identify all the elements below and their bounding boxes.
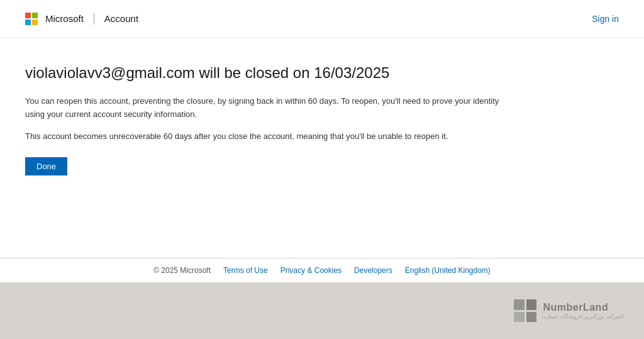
page-title: violaviolavv3@gmail.com will be closed o… — [25, 63, 619, 82]
logo-cell-green — [32, 13, 38, 18]
wm-cell-2 — [526, 299, 537, 310]
logo-cell-red — [25, 13, 31, 18]
footer: © 2025 Microsoft Terms of Use Privacy & … — [0, 258, 644, 282]
main-card: Microsoft Account Sign in violaviolavv3@… — [0, 0, 644, 282]
brand-name: Microsoft — [45, 13, 84, 24]
header-left: Microsoft Account — [25, 13, 138, 25]
page-wrapper: Microsoft Account Sign in violaviolavv3@… — [0, 0, 644, 339]
wm-cell-4 — [526, 312, 537, 323]
footer-link-language[interactable]: English (United Kingdom) — [405, 266, 491, 275]
footer-copyright: © 2025 Microsoft — [153, 266, 211, 275]
wm-cell-1 — [514, 299, 525, 310]
header: Microsoft Account Sign in — [0, 0, 644, 38]
footer-link-privacy[interactable]: Privacy & Cookies — [280, 266, 341, 275]
watermark-subtitle: نامبرلند بزرگترین فروشگاه شماره — [543, 313, 625, 320]
watermark-text: NumberLand نامبرلند بزرگترین فروشگاه شما… — [543, 302, 625, 320]
footer-link-developers[interactable]: Developers — [354, 266, 392, 275]
header-divider — [94, 13, 94, 25]
footer-link-terms[interactable]: Terms of Use — [223, 266, 268, 275]
wm-cell-3 — [514, 312, 525, 323]
header-section-label: Account — [104, 13, 138, 24]
watermark-logo — [514, 299, 536, 322]
watermark: NumberLand نامبرلند بزرگترین فروشگاه شما… — [514, 299, 625, 322]
microsoft-logo — [25, 13, 38, 25]
done-button[interactable]: Done — [25, 157, 67, 175]
logo-cell-yellow — [32, 19, 38, 25]
description-2: This account becomes unrecoverable 60 da… — [25, 130, 503, 143]
description-1: You can reopen this account, preventing … — [25, 95, 503, 121]
main-content: violaviolavv3@gmail.com will be closed o… — [0, 38, 644, 258]
watermark-brand-name: NumberLand — [543, 302, 625, 313]
watermark-area: NumberLand نامبرلند بزرگترین فروشگاه شما… — [0, 282, 644, 339]
logo-cell-blue — [25, 19, 31, 25]
sign-in-link[interactable]: Sign in — [592, 14, 619, 24]
